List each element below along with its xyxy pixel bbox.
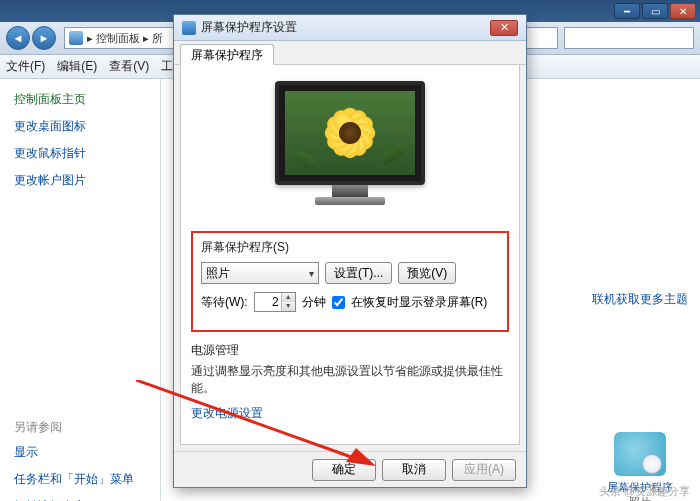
screensaver-dropdown[interactable]: 照片	[201, 262, 319, 284]
dialog-icon	[182, 21, 196, 35]
resume-label: 在恢复时显示登录屏幕(R)	[351, 294, 488, 311]
tab-body: 屏幕保护程序(S) 照片 设置(T)... 预览(V) 等待(W): ▲ ▼ 分…	[180, 65, 520, 445]
sidebar-home[interactable]: 控制面板主页	[14, 91, 146, 108]
screensaver-icon[interactable]	[614, 432, 666, 476]
see-also-label: 另请参阅	[14, 419, 146, 436]
maximize-button[interactable]: ▭	[642, 3, 668, 19]
sidebar-link-mouse-pointer[interactable]: 更改鼠标指针	[14, 145, 146, 162]
minimize-button[interactable]: ━	[614, 3, 640, 19]
breadcrumb-sep: ▸	[87, 32, 93, 45]
dialog-titlebar: 屏幕保护程序设置 ✕	[174, 15, 526, 41]
power-section-label: 电源管理	[191, 342, 509, 359]
back-button[interactable]: ◄	[6, 26, 30, 50]
wait-input[interactable]	[255, 295, 281, 309]
power-settings-link[interactable]: 更改电源设置	[191, 405, 509, 422]
dialog-close-button[interactable]: ✕	[490, 20, 518, 36]
cancel-button[interactable]: 取消	[382, 459, 446, 481]
screensaver-settings-dialog: 屏幕保护程序设置 ✕ 屏幕保护程序 屏幕保护程序(S)	[173, 14, 527, 488]
spin-down[interactable]: ▼	[282, 302, 295, 311]
spin-up[interactable]: ▲	[282, 293, 295, 302]
search-input[interactable]	[564, 27, 694, 49]
wait-spinner[interactable]: ▲ ▼	[254, 292, 296, 312]
highlight-box: 屏幕保护程序(S) 照片 设置(T)... 预览(V) 等待(W): ▲ ▼ 分…	[191, 231, 509, 332]
attribution: 头条 @资源趣分享	[599, 484, 690, 499]
close-button[interactable]: ✕	[670, 3, 696, 19]
resume-checkbox[interactable]	[332, 296, 345, 309]
settings-button[interactable]: 设置(T)...	[325, 262, 392, 284]
menu-file[interactable]: 文件(F)	[6, 58, 45, 75]
more-themes-link[interactable]: 联机获取更多主题	[592, 291, 688, 308]
wait-label: 等待(W):	[201, 294, 248, 311]
power-description: 通过调整显示亮度和其他电源设置以节省能源或提供最佳性能。	[191, 363, 509, 397]
breadcrumb-next[interactable]: 所	[152, 31, 163, 46]
sidebar-link-account-picture[interactable]: 更改帐户图片	[14, 172, 146, 189]
sidebar-link-desktop-icons[interactable]: 更改桌面图标	[14, 118, 146, 135]
screensaver-dropdown-value: 照片	[206, 265, 230, 282]
ok-button[interactable]: 确定	[312, 459, 376, 481]
screensaver-preview	[268, 81, 432, 217]
menu-view[interactable]: 查看(V)	[109, 58, 149, 75]
dialog-title: 屏幕保护程序设置	[201, 19, 297, 36]
breadcrumb-sep: ▸	[143, 32, 149, 45]
tab-strip: 屏幕保护程序	[174, 41, 526, 65]
dialog-footer: 确定 取消 应用(A)	[174, 451, 526, 487]
sidebar-also-taskbar[interactable]: 任务栏和「开始」菜单	[14, 471, 146, 488]
preview-button[interactable]: 预览(V)	[398, 262, 456, 284]
right-column: 联机获取更多主题 屏幕保护程序 照片	[580, 79, 700, 501]
screensaver-group-label: 屏幕保护程序(S)	[201, 239, 499, 256]
breadcrumb-root[interactable]: 控制面板	[96, 31, 140, 46]
menu-edit[interactable]: 编辑(E)	[57, 58, 97, 75]
forward-button[interactable]: ►	[32, 26, 56, 50]
tab-screensaver[interactable]: 屏幕保护程序	[180, 44, 274, 65]
apply-button[interactable]: 应用(A)	[452, 459, 516, 481]
cpl-icon	[69, 31, 83, 45]
sidebar: 控制面板主页 更改桌面图标 更改鼠标指针 更改帐户图片 另请参阅 显示 任务栏和…	[0, 79, 160, 501]
sidebar-also-display[interactable]: 显示	[14, 444, 146, 461]
wait-unit: 分钟	[302, 294, 326, 311]
